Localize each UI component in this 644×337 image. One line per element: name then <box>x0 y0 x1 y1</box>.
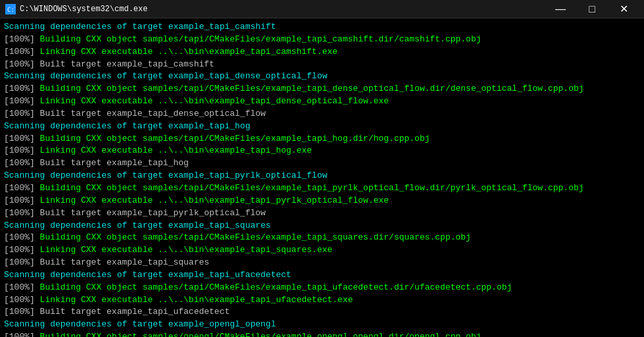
terminal-line: [100%] Building CXX object samples/tapi/… <box>4 34 640 46</box>
terminal-line: [100%] Building CXX object samples/tapi/… <box>4 232 640 244</box>
terminal-line: [100%] Building CXX object samples/tapi/… <box>4 282 640 294</box>
terminal-line: [100%] Building CXX object samples/tapi/… <box>4 83 640 95</box>
maximize-button[interactable]: □ <box>577 0 607 18</box>
terminal-line: [100%] Building CXX object samples/tapi/… <box>4 133 640 145</box>
window-controls: — □ ✕ <box>545 0 639 18</box>
terminal: Scanning dependencies of target example_… <box>0 18 644 337</box>
terminal-line: [100%] Built target example_tapi_pyrlk_o… <box>4 207 640 220</box>
window-title: C:\WINDOWS\system32\cmd.exe <box>20 5 147 14</box>
minimize-button[interactable]: — <box>545 0 576 18</box>
terminal-line: [100%] Linking CXX executable ..\..\bin\… <box>4 195 640 207</box>
terminal-line: [100%] Built target example_tapi_ufacede… <box>4 306 640 319</box>
terminal-line: Scanning dependencies of target example_… <box>4 220 640 232</box>
terminal-line: Scanning dependencies of target example_… <box>4 70 640 83</box>
terminal-line: [100%] Building CXX object samples/tapi/… <box>4 182 640 195</box>
title-bar: C:\ C:\WINDOWS\system32\cmd.exe — □ ✕ <box>0 0 644 18</box>
terminal-line: Scanning dependencies of target example_… <box>4 269 640 282</box>
terminal-line: Scanning dependencies of target example_… <box>4 120 640 133</box>
terminal-line: [100%] Built target example_tapi_hog <box>4 157 640 170</box>
terminal-line: [100%] Linking CXX executable ..\..\bin\… <box>4 95 640 108</box>
close-button[interactable]: ✕ <box>608 0 639 18</box>
cmd-icon: C:\ <box>5 4 16 14</box>
terminal-line: [100%] Built target example_tapi_dense_o… <box>4 108 640 120</box>
terminal-line: Scanning dependencies of target example_… <box>4 319 640 331</box>
terminal-line: [100%] Linking CXX executable ..\..\bin\… <box>4 244 640 257</box>
svg-text:C:\: C:\ <box>7 7 15 13</box>
terminal-line: [100%] Built target example_tapi_squares <box>4 257 640 269</box>
terminal-line: [100%] Linking CXX executable ..\..\bin\… <box>4 145 640 157</box>
title-bar-left: C:\ C:\WINDOWS\system32\cmd.exe <box>5 4 147 14</box>
terminal-line: [100%] Building CXX object samples/openg… <box>4 331 640 337</box>
terminal-line: [100%] Built target example_tapi_camshif… <box>4 59 640 71</box>
terminal-line: [100%] Linking CXX executable ..\..\bin\… <box>4 46 640 59</box>
terminal-line: Scanning dependencies of target example_… <box>4 21 640 34</box>
terminal-line: Scanning dependencies of target example_… <box>4 170 640 182</box>
terminal-line: [100%] Linking CXX executable ..\..\bin\… <box>4 294 640 307</box>
